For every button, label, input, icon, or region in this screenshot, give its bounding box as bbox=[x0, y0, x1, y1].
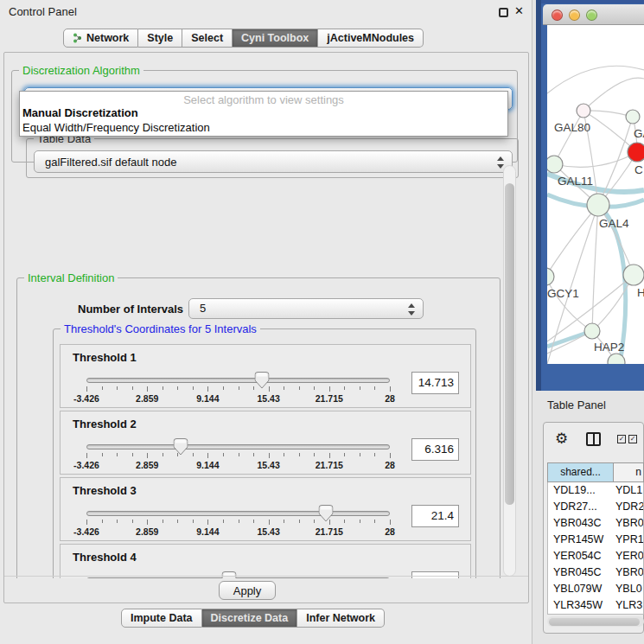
network-window-titlebar[interactable] bbox=[543, 4, 644, 25]
threshold-value-field[interactable]: 6.316 bbox=[411, 438, 459, 461]
slider-tick bbox=[299, 520, 300, 523]
slider-tick-label: 15.43 bbox=[257, 393, 279, 404]
network-node[interactable] bbox=[547, 268, 554, 285]
network-view[interactable]: GAL80GACGAL11GAL4GCY1HHAP2 bbox=[547, 25, 644, 364]
slider-tick bbox=[314, 453, 315, 456]
table-row[interactable]: YLR345WYLR3 bbox=[548, 597, 643, 614]
table-row[interactable]: YBR045CYBR0 bbox=[548, 564, 643, 581]
slider-tick bbox=[269, 453, 270, 458]
slider-tick-label: 2.859 bbox=[136, 526, 158, 537]
tab-style[interactable]: Style bbox=[138, 29, 182, 48]
slider-thumb[interactable] bbox=[319, 505, 334, 522]
slider-tick bbox=[299, 453, 300, 456]
column-header-name[interactable]: n bbox=[614, 463, 643, 481]
threshold-value-field[interactable]: 21.4 bbox=[411, 505, 459, 527]
table-row[interactable]: YBR043CYBR0 bbox=[548, 515, 643, 532]
apply-button[interactable]: Apply bbox=[219, 581, 276, 600]
table-panel-title: Table Panel bbox=[547, 399, 606, 411]
slider-track[interactable] bbox=[86, 378, 390, 383]
checkbox-icon[interactable]: ✓ bbox=[628, 435, 637, 443]
panel-scrollbar[interactable] bbox=[503, 165, 516, 577]
settings-scroll-area: Interval Definition Number of Intervals … bbox=[8, 163, 523, 578]
table-row[interactable]: YER054CYER0 bbox=[548, 548, 643, 564]
tab-cyni-toolbox[interactable]: Cyni Toolbox bbox=[233, 29, 318, 48]
slider-tick-label: -3.426 bbox=[73, 526, 99, 537]
minimize-light-icon[interactable] bbox=[569, 10, 580, 21]
gear-icon[interactable]: ⚙ bbox=[555, 430, 568, 448]
table-row[interactable]: YDL19...YDL1 bbox=[548, 482, 643, 499]
float-window-icon[interactable] bbox=[499, 8, 508, 17]
slider-tick bbox=[253, 453, 254, 456]
dropdown-hint: Select algorithm to view settings bbox=[20, 92, 507, 105]
table-row[interactable]: YIL052CYIL0 bbox=[548, 614, 643, 615]
group-title: Interval Definition bbox=[24, 271, 118, 284]
threshold-value-field[interactable]: 14.713 bbox=[411, 372, 459, 394]
network-node[interactable] bbox=[547, 156, 563, 173]
network-node-label: GAL80 bbox=[554, 121, 590, 134]
checkbox-icon[interactable]: ✓ bbox=[617, 435, 626, 443]
slider-tick bbox=[163, 453, 163, 456]
tab-select[interactable]: Select bbox=[182, 29, 233, 48]
slider-tick bbox=[86, 386, 87, 392]
columns-icon[interactable] bbox=[586, 432, 601, 446]
tab-discretize-data[interactable]: Discretize Data bbox=[202, 609, 298, 628]
table-row[interactable]: YBL079WYBL0 bbox=[548, 581, 643, 597]
threshold-slider[interactable]: -3.4262.8599.14415.4321.71528 bbox=[86, 374, 390, 407]
control-panel-titlebar: Control Panel ✕ bbox=[0, 0, 532, 24]
slider-tick bbox=[177, 520, 178, 523]
apply-row: Apply bbox=[4, 576, 528, 603]
slider-tick bbox=[253, 520, 254, 523]
table-header: shared... n bbox=[547, 462, 644, 482]
network-node[interactable] bbox=[584, 323, 600, 339]
slider-tick bbox=[360, 453, 360, 456]
table-row[interactable]: YDR27...YDR2 bbox=[548, 499, 643, 515]
column-header-shared-name[interactable]: shared... bbox=[548, 463, 614, 481]
slider-track[interactable] bbox=[86, 511, 390, 516]
panel-scrollbar-thumb[interactable] bbox=[505, 183, 514, 505]
network-node[interactable] bbox=[623, 265, 644, 285]
network-node[interactable] bbox=[626, 110, 640, 124]
table-row[interactable]: YPR145WYPR1 bbox=[548, 532, 643, 548]
slider-tick bbox=[329, 453, 330, 458]
control-panel-tabs: Network Style Select Cyni Toolbox jActiv… bbox=[63, 29, 424, 48]
slider-tick bbox=[390, 520, 391, 525]
tab-network[interactable]: Network bbox=[63, 29, 138, 48]
tab-jactivemnodules[interactable]: jActiveMNodules bbox=[318, 29, 424, 48]
tab-infer-network[interactable]: Infer Network bbox=[297, 609, 385, 628]
network-node[interactable] bbox=[628, 143, 644, 162]
slider-tick-label: 9.144 bbox=[196, 526, 219, 537]
network-canvas[interactable]: GAL80GACGAL11GAL4GCY1HHAP2 bbox=[547, 25, 644, 364]
slider-tick-label: -3.426 bbox=[73, 460, 99, 470]
zoom-light-icon[interactable] bbox=[586, 10, 597, 21]
group-title: Discretization Algorithm bbox=[19, 64, 143, 77]
threshold-slider[interactable]: -3.4262.8599.14415.4321.71528 bbox=[86, 507, 390, 540]
slider-tick bbox=[223, 520, 224, 523]
threshold-panel: Threshold 4-3.4262.8599.14415.4321.71528… bbox=[60, 544, 471, 578]
slider-track[interactable] bbox=[86, 444, 390, 450]
thresholds-group: Threshold's Coordinates for 5 Intervals … bbox=[53, 328, 476, 578]
slider-tick-label: 28 bbox=[385, 393, 395, 404]
dropdown-option-equal-width[interactable]: Equal Width/Frequency Discretization bbox=[20, 120, 507, 135]
table-hscrollbar[interactable] bbox=[547, 616, 644, 627]
slider-tick bbox=[132, 520, 133, 523]
close-light-icon[interactable] bbox=[552, 10, 563, 21]
close-icon[interactable]: ✕ bbox=[514, 4, 524, 17]
tab-impute-data[interactable]: Impute Data bbox=[121, 609, 202, 628]
slider-thumb[interactable] bbox=[173, 438, 188, 456]
slider-thumb[interactable] bbox=[254, 372, 269, 389]
threshold-panel: Threshold 2-3.4262.8599.14415.4321.71528… bbox=[60, 411, 471, 475]
slider-tick bbox=[344, 386, 345, 390]
threshold-slider[interactable]: -3.4262.8599.14415.4321.71528 bbox=[86, 441, 390, 474]
table-hscrollbar-thumb[interactable] bbox=[549, 618, 640, 626]
network-node[interactable] bbox=[577, 104, 590, 118]
num-intervals-combobox[interactable]: 5 bbox=[188, 298, 424, 319]
slider-tick bbox=[223, 386, 224, 390]
slider-tick bbox=[207, 453, 208, 458]
slider-tick bbox=[193, 386, 194, 390]
slider-tick-label: 2.859 bbox=[136, 460, 158, 470]
network-node[interactable] bbox=[587, 194, 609, 216]
table-panel-window: ⚙ ✓ ✓ shared... n YDL19...YDL1YDR27...YD… bbox=[543, 422, 644, 634]
slider-tick bbox=[284, 453, 284, 456]
algorithm-dropdown: Select algorithm to view settings Manual… bbox=[19, 91, 508, 137]
dropdown-option-manual[interactable]: Manual Discretization bbox=[20, 105, 507, 120]
